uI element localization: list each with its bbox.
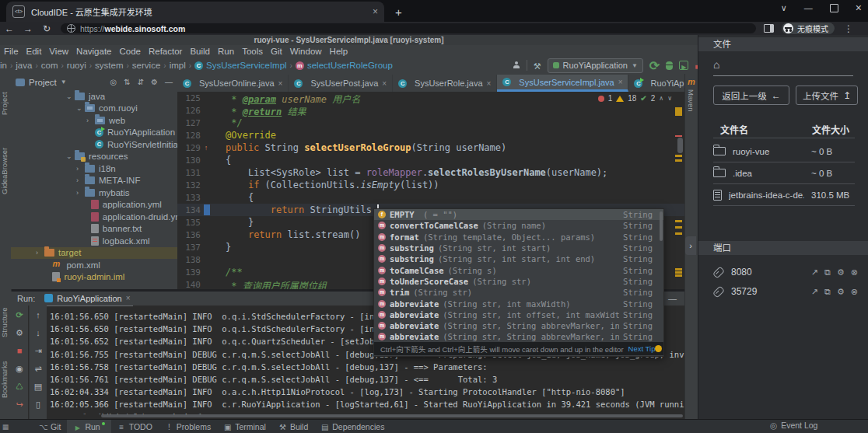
tree-item-resources[interactable]: ⌄resources [11, 151, 177, 163]
stripe-bookmarks[interactable]: Bookmarks [0, 354, 11, 405]
side-panel-icon[interactable] [764, 24, 774, 33]
new-tab-icon[interactable] [395, 5, 402, 19]
crumb-ruoyi[interactable]: ruoyi [67, 61, 86, 70]
open-external-icon[interactable] [811, 267, 818, 278]
status-git[interactable]: Git [33, 420, 67, 433]
menu-view[interactable]: View [49, 47, 68, 56]
tree-item-i18n[interactable]: ›i18n [11, 162, 177, 175]
back-level-button[interactable]: 返回上一级 [713, 86, 789, 105]
user-icon[interactable] [513, 61, 520, 69]
jump-end-icon[interactable] [33, 345, 44, 356]
window-close-icon[interactable] [856, 2, 862, 14]
crumb-class[interactable]: CSysUserServiceImpl [194, 61, 287, 70]
file-row-jetbrains-idea-c-de...[interactable]: jetbrains-idea-c-de...310.5 MB [713, 184, 855, 205]
editor-tab-SysUserServiceImpl.java[interactable]: SysUserServiceImpl.java× [497, 75, 628, 92]
tree-arrow-icon[interactable]: ⌄ [66, 93, 75, 100]
stripe-gidea-browser[interactable]: GideaBrowser [0, 136, 11, 206]
run-tab[interactable]: RuoYiApplication × [41, 292, 133, 306]
tree-arrow-icon[interactable]: ⌄ [76, 104, 85, 112]
file-row-.idea[interactable]: .idea~ 0 B [713, 162, 855, 183]
completion-item-toCamelCase[interactable]: mtoCamelCase(String s)String [374, 264, 663, 275]
completion-item-EMPTY[interactable]: fEMPTY ( = "")String [374, 209, 663, 220]
status-run[interactable]: Run [67, 420, 110, 433]
close-port-icon[interactable] [851, 267, 858, 278]
tree-arrow-icon[interactable]: › [36, 249, 44, 257]
clear-icon[interactable] [33, 399, 44, 410]
tree-item-RuoYiApplication[interactable]: RuoYiApplication [11, 127, 177, 139]
menu-window[interactable]: Window [290, 47, 322, 56]
tree-item-target[interactable]: ›target [11, 247, 177, 260]
tree-item-com.ruoyi[interactable]: ⌄com.ruoyi [11, 103, 177, 115]
stripe-structure[interactable]: Structure [0, 299, 11, 346]
back-icon[interactable] [0, 23, 19, 34]
debug-icon[interactable] [666, 61, 673, 70]
exit-icon[interactable] [14, 399, 25, 410]
tree-arrow-icon[interactable]: › [76, 165, 85, 173]
window-chevron-icon[interactable] [781, 3, 787, 13]
close-icon[interactable]: × [126, 294, 131, 302]
menu-run[interactable]: Run [218, 47, 234, 56]
menu-refactor[interactable]: Refactor [149, 47, 182, 56]
menu-tools[interactable]: Tools [242, 47, 263, 56]
completion-item-format[interactable]: mformat(String template, Object... param… [374, 232, 663, 243]
close-icon[interactable]: × [618, 78, 623, 86]
settings-gear-icon[interactable] [151, 78, 158, 86]
menu-navigate[interactable]: Navigate [76, 47, 111, 56]
menu-build[interactable]: Build [190, 47, 210, 56]
next-tip-link[interactable]: Next Tip [628, 344, 656, 353]
crumb-service[interactable]: service [132, 61, 160, 70]
coverage-icon[interactable] [679, 61, 688, 70]
horizontal-scrollbar[interactable] [101, 414, 683, 417]
browser-menu-icon[interactable] [844, 23, 853, 34]
stop-red-icon[interactable] [14, 345, 25, 356]
menu-edit[interactable]: Edit [26, 47, 42, 56]
hammer-icon[interactable] [534, 58, 541, 72]
print-icon[interactable] [33, 381, 44, 392]
menu-git[interactable]: Git [271, 47, 282, 56]
copy-icon[interactable] [824, 287, 831, 297]
run-config-select[interactable]: RuoYiApplication ▼ [548, 58, 643, 73]
status-build[interactable]: Build [272, 420, 314, 433]
locate-file-icon[interactable]: ◎ [110, 78, 117, 86]
status-problems[interactable]: Problems [159, 420, 217, 433]
screenshot-icon[interactable] [14, 363, 25, 374]
editor-scrollbar[interactable] [677, 138, 683, 153]
rerun-icon[interactable] [649, 58, 660, 73]
tree-item-application.yml[interactable]: application.yml [11, 199, 177, 211]
status-todo[interactable]: TODO [111, 420, 159, 433]
completion-item-abbreviate[interactable]: mabbreviate(String str, String abbrevMar… [374, 331, 663, 342]
tree-arrow-icon[interactable]: ⌄ [66, 152, 75, 160]
tree-arrow-icon[interactable]: › [76, 189, 85, 197]
crumb-java[interactable]: java [16, 61, 32, 70]
file-row-ruoyi-vue[interactable]: ruoyi-vue~ 0 B [713, 141, 855, 162]
port-settings-icon[interactable] [837, 287, 845, 297]
editor-tab-SysUserRole.java[interactable]: SysUserRole.java× [393, 75, 497, 92]
completion-item-convertToCamelCase[interactable]: mconvertToCamelCase(String name)String [374, 220, 663, 231]
menu-file[interactable]: File [4, 47, 19, 56]
forward-icon[interactable] [19, 23, 37, 34]
editor-tab-SysUserPost.java[interactable]: SysUserPost.java× [289, 75, 393, 92]
tree-item-web[interactable]: ›web [11, 114, 177, 127]
up-arrow-icon[interactable] [33, 309, 44, 320]
browser-tab[interactable]: CloudIDE - 云原生集成开发环境 × [6, 2, 384, 22]
soft-wrap-icon[interactable] [33, 363, 44, 374]
tree-item-banner.txt[interactable]: banner.txt [11, 223, 177, 236]
status-terminal[interactable]: Terminal [217, 420, 272, 433]
expand-panel-icon[interactable] [685, 236, 696, 255]
event-log-button[interactable]: Event Log [770, 421, 817, 430]
hide-icon[interactable] [668, 294, 677, 304]
completion-item-substring[interactable]: msubstring(String str, int start)String [374, 243, 663, 253]
completion-item-abbreviate[interactable]: mabbreviate(String str, String abbrevMar… [374, 320, 663, 331]
open-external-icon[interactable] [811, 287, 818, 297]
refresh-icon[interactable] [14, 381, 25, 392]
crumb-main[interactable]: main [0, 61, 7, 70]
crumb-impl[interactable]: impl [170, 61, 186, 70]
crumb-method[interactable]: mselectUserRoleGroup [296, 61, 393, 70]
editor-tab-SysUserOnline.java[interactable]: SysUserOnline.java× [177, 75, 289, 92]
tree-item-application-druid.yml[interactable]: application-druid.yml [11, 211, 177, 223]
completion-item-abbreviate[interactable]: mabbreviate(String str, int maxWidth)Str… [374, 298, 663, 309]
window-minimize-icon[interactable] [804, 3, 813, 12]
prev-issue-icon[interactable]: ∧ [659, 95, 663, 102]
tree-item-logback.xml[interactable]: logback.xml [11, 235, 177, 247]
inspection-widget[interactable]: 1 18 ✔ 2 ∧ ∨ [598, 94, 672, 103]
